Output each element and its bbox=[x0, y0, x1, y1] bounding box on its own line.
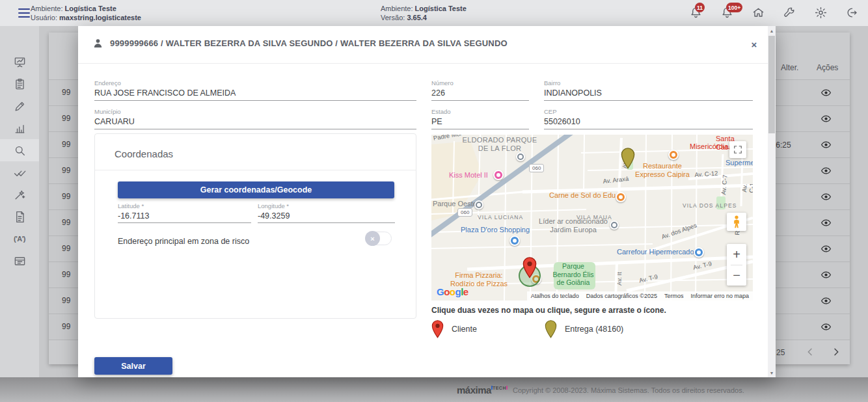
client-pin-icon bbox=[431, 320, 444, 338]
field-value: -49.3259 bbox=[258, 211, 395, 221]
sidebar-item-card-list[interactable] bbox=[0, 250, 39, 272]
fullscreen-icon[interactable] bbox=[729, 141, 746, 158]
notification-bell-icon[interactable]: 11 bbox=[690, 7, 703, 20]
logout-icon[interactable] bbox=[846, 7, 859, 20]
magic-wand-icon bbox=[14, 189, 26, 201]
sidebar-item-document[interactable] bbox=[0, 206, 39, 228]
risk-zone-toggle[interactable]: × bbox=[366, 232, 392, 245]
attribution-link[interactable]: Termos bbox=[664, 293, 684, 299]
legend-item: Cliente bbox=[431, 320, 477, 338]
view-eye-icon[interactable] bbox=[821, 244, 834, 254]
map-label: ELDORADO PARQUE DE LA FLOR bbox=[463, 136, 537, 153]
road-shield: 060 bbox=[457, 208, 472, 217]
client-pin[interactable] bbox=[522, 257, 537, 281]
toggle-x-icon: × bbox=[365, 231, 380, 246]
antenna-icon: ('A') bbox=[14, 235, 25, 243]
attribution-link[interactable]: Dados cartográficos ©2025 bbox=[586, 293, 657, 299]
delivery-pin[interactable] bbox=[621, 148, 635, 172]
save-button[interactable]: Salvar bbox=[94, 357, 172, 375]
close-icon[interactable]: × bbox=[748, 39, 760, 51]
latitude-field[interactable]: Latitude * -16.7113 bbox=[118, 202, 251, 223]
view-eye-icon[interactable] bbox=[821, 192, 834, 202]
chevron-left-icon[interactable] bbox=[805, 347, 817, 358]
coordinates-title: Coordenadas bbox=[115, 148, 173, 159]
field-label: CEP bbox=[544, 108, 753, 115]
sidebar-item-magic-wand[interactable] bbox=[0, 183, 39, 206]
map-attribution: Atalhos do tecladoDados cartográficos ©2… bbox=[527, 291, 753, 301]
header-env-center: Ambiente: Logística Teste Versão: 3.65.4 bbox=[381, 4, 467, 22]
pegman-icon[interactable] bbox=[727, 213, 746, 231]
view-eye-icon[interactable] bbox=[821, 114, 834, 124]
gear-icon[interactable] bbox=[815, 7, 828, 20]
map-label: Parque Oeste bbox=[433, 200, 477, 208]
clipboard-icon bbox=[14, 78, 26, 90]
transit-poi-icon[interactable] bbox=[610, 221, 619, 230]
municipio-field[interactable]: Município CARUARU bbox=[94, 108, 416, 129]
row-code: 99 bbox=[62, 244, 70, 253]
attribution-link[interactable]: Informar erro no mapa bbox=[690, 293, 749, 299]
endereco-field[interactable]: Endereço RUA JOSE FRANCISCO DE ALMEIDA bbox=[94, 79, 416, 101]
view-eye-icon[interactable] bbox=[821, 270, 834, 280]
risk-zone-label: Endereço principal em zona de risco bbox=[118, 237, 249, 246]
cep-field[interactable]: CEP 55026010 bbox=[544, 108, 753, 129]
map-label: Av. C-1 bbox=[740, 180, 753, 193]
field-value: PE bbox=[431, 117, 529, 126]
rest-poi-icon[interactable] bbox=[616, 192, 626, 202]
chevron-right-icon[interactable] bbox=[831, 347, 843, 358]
field-value: 226 bbox=[431, 88, 529, 98]
modal-title: 9999999666 / WALTER BEZERRA DA SILVA SEG… bbox=[110, 38, 508, 48]
row-code: 99 bbox=[62, 88, 70, 97]
page-footer: máximaTECH Copyright © 2008-2023. Máxima… bbox=[0, 377, 868, 402]
alerts-bell-icon[interactable]: 100+ bbox=[721, 7, 734, 20]
map-label: Carrefour Hipermercado bbox=[617, 248, 694, 256]
sidebar-item-presentation-chart[interactable] bbox=[0, 51, 39, 73]
lock-poi-icon[interactable] bbox=[509, 235, 520, 246]
field-value: RUA JOSE FRANCISCO DE ALMEIDA bbox=[94, 88, 416, 98]
row-code: 99 bbox=[62, 270, 70, 279]
scrollbar-thumb[interactable] bbox=[768, 36, 775, 133]
alerts-badge: 100+ bbox=[726, 3, 742, 12]
search-icon bbox=[14, 144, 26, 157]
estado-field[interactable]: Estado PE bbox=[431, 108, 529, 129]
sidebar-item-search[interactable] bbox=[0, 139, 39, 161]
field-label: Município bbox=[94, 108, 416, 115]
view-eye-icon[interactable] bbox=[821, 296, 834, 306]
scroll-down-icon[interactable]: ▼ bbox=[768, 368, 776, 377]
sidebar-item-clipboard[interactable] bbox=[0, 73, 39, 95]
attribution-link[interactable]: Atalhos do teclado bbox=[531, 293, 579, 299]
home-icon[interactable] bbox=[752, 7, 765, 20]
zoom-in-button[interactable]: + bbox=[727, 245, 746, 265]
view-eye-icon[interactable] bbox=[821, 140, 834, 150]
view-eye-icon[interactable] bbox=[821, 322, 834, 332]
sidebar-item-antenna[interactable]: ('A') bbox=[0, 228, 39, 250]
map-legend: ClienteEntrega (48160) bbox=[431, 320, 623, 338]
transit-poi-icon[interactable] bbox=[516, 152, 525, 161]
sidebar-item-pencil[interactable] bbox=[0, 95, 39, 117]
motel-poi-icon[interactable] bbox=[493, 170, 504, 180]
view-eye-icon[interactable] bbox=[821, 166, 834, 176]
map[interactable]: Padre MorELDORADO PARQUE DE LA FLORKiss … bbox=[431, 135, 753, 301]
legend-label: Entrega (48160) bbox=[565, 325, 623, 334]
wrench-icon[interactable] bbox=[783, 7, 796, 20]
row-code: 99 bbox=[62, 192, 70, 201]
map-label: Líder ar condicionado Jardim Europa bbox=[539, 217, 608, 234]
sidebar-item-double-check[interactable] bbox=[0, 161, 39, 183]
geocode-button[interactable]: Gerar coordenadas/Geocode bbox=[118, 181, 394, 198]
person-icon bbox=[92, 38, 103, 49]
view-eye-icon[interactable] bbox=[821, 88, 834, 98]
menu-hamburger-icon[interactable] bbox=[18, 8, 30, 18]
sidebar-item-bar-chart[interactable] bbox=[0, 117, 39, 139]
maxima-logo: máximaTECH bbox=[457, 384, 508, 396]
map-label: Av. It bbox=[616, 272, 623, 286]
notification-badge: 11 bbox=[695, 3, 705, 12]
longitude-field[interactable]: Longitude * -49.3259 bbox=[258, 202, 395, 223]
zoom-out-button[interactable]: − bbox=[727, 265, 746, 286]
scroll-up-icon[interactable]: ▲ bbox=[768, 26, 776, 35]
numero-field[interactable]: Número 226 bbox=[431, 79, 529, 101]
modal-scrollbar[interactable]: ▲ ▼ bbox=[768, 26, 776, 377]
bairro-field[interactable]: Bairro INDIANOPOLIS bbox=[544, 79, 753, 101]
view-eye-icon[interactable] bbox=[821, 218, 834, 228]
rest-poi-icon[interactable] bbox=[668, 150, 679, 160]
cart-poi-icon[interactable] bbox=[694, 247, 704, 258]
transit-poi-icon[interactable] bbox=[474, 200, 483, 209]
